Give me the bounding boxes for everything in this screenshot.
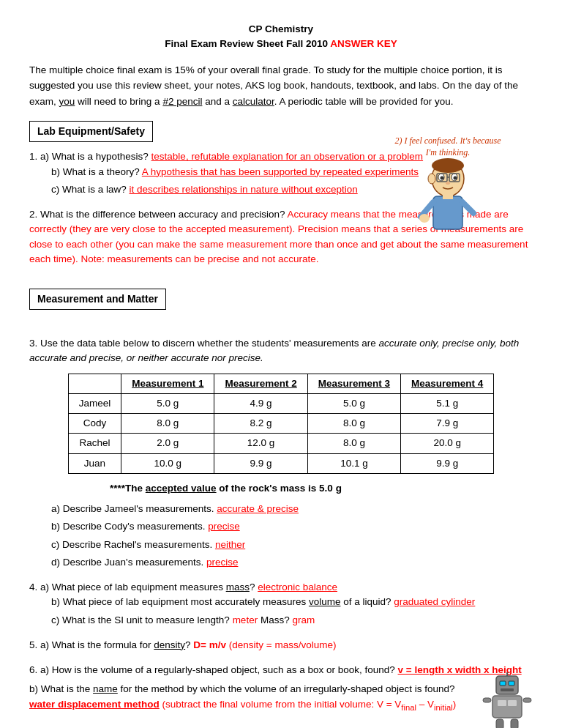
table-header-m3: Measurement 3 bbox=[307, 374, 400, 393]
table-header-m4: Measurement 4 bbox=[401, 374, 494, 393]
accepted-value-note: ****The accepted value of the rock's mas… bbox=[110, 481, 533, 496]
cartoon-area: 2) I feel confused. It's because I'm thi… bbox=[389, 135, 506, 258]
svg-point-9 bbox=[446, 182, 450, 185]
q3c: c) Describe Rachel's measurements. neith… bbox=[51, 538, 533, 552]
title-line1: CP Chemistry bbox=[29, 22, 533, 37]
svg-rect-22 bbox=[492, 696, 522, 718]
robot-svg bbox=[482, 672, 533, 728]
answer-key-label: ANSWER KEY bbox=[330, 38, 397, 49]
table-cell-juan-m3: 10.1 g bbox=[307, 453, 400, 473]
q4a-underline: mass bbox=[226, 582, 250, 593]
svg-rect-27 bbox=[496, 719, 503, 728]
table-header-m1: Measurement 1 bbox=[121, 374, 214, 393]
table-cell-juan-m2: 9.9 g bbox=[214, 453, 307, 473]
q6a: 6. a) How is the volume of a regularly-s… bbox=[29, 663, 533, 677]
q3d-answer: precise bbox=[206, 557, 239, 568]
q6b-method-sub: (subtract the final volume from the init… bbox=[162, 699, 457, 710]
table-cell-juan-m4: 9.9 g bbox=[401, 453, 494, 473]
intro-paragraph: The multiple choice final exam is 15% of… bbox=[29, 62, 533, 110]
svg-rect-17 bbox=[500, 681, 506, 686]
intro-you: you bbox=[59, 96, 75, 107]
svg-line-13 bbox=[462, 202, 473, 213]
table-cell-jameel-m4: 5.1 g bbox=[401, 393, 494, 413]
table-header-name bbox=[68, 374, 121, 393]
table-row-juan: Juan 10.0 g 9.9 g 10.1 g 9.9 g bbox=[68, 453, 494, 473]
intro-calculator: calculator bbox=[233, 96, 274, 107]
q3d: d) Describe Juan's measurements. precise bbox=[51, 555, 533, 570]
table-row-cody: Cody 8.0 g 8.2 g 8.0 g 7.9 g bbox=[68, 414, 494, 434]
svg-point-3 bbox=[441, 177, 444, 180]
q6b-name-underline: name bbox=[93, 683, 118, 694]
svg-rect-21 bbox=[501, 688, 514, 691]
q3b-answer: precise bbox=[208, 521, 240, 532]
svg-point-5 bbox=[454, 177, 457, 180]
measurement-table: Measurement 1 Measurement 2 Measurement … bbox=[68, 374, 495, 474]
section1-label: Lab Equipment/Safety bbox=[29, 121, 153, 142]
svg-rect-26 bbox=[523, 698, 531, 702]
robot-figure bbox=[482, 672, 533, 728]
title-line2: Final Exam Review Sheet Fall 2010 ANSWER… bbox=[29, 37, 533, 51]
table-cell-jameel-name: Jameel bbox=[68, 393, 121, 413]
q4b-answer: graduated cylinder bbox=[394, 596, 475, 607]
question-6: 6. a) How is the volume of a regularly-s… bbox=[29, 663, 533, 713]
table-cell-cody-name: Cody bbox=[68, 414, 121, 434]
svg-rect-16 bbox=[496, 676, 518, 694]
svg-rect-24 bbox=[508, 700, 517, 706]
table-cell-cody-m2: 8.2 g bbox=[214, 414, 307, 434]
q3b: b) Describe Cody's measurements. precise bbox=[51, 519, 533, 534]
q3a: a) Describe Jameel's measurements. accur… bbox=[51, 502, 533, 516]
table-cell-jameel-m1: 5.0 g bbox=[121, 393, 214, 413]
q4a: 4. a) What piece of lab equipment measur… bbox=[29, 580, 533, 595]
table-row-rachel: Rachel 2.0 g 12.0 g 8.0 g 20.0 g bbox=[68, 434, 494, 453]
question-4: 4. a) What piece of lab equipment measur… bbox=[29, 580, 533, 628]
q4c-gram: gram bbox=[292, 614, 315, 625]
svg-point-1 bbox=[432, 158, 464, 173]
svg-rect-25 bbox=[483, 698, 491, 702]
table-cell-juan-m1: 10.0 g bbox=[121, 453, 214, 473]
q1c-answer: it describes relationships in nature wit… bbox=[130, 184, 358, 195]
svg-rect-11 bbox=[433, 196, 462, 229]
table-cell-juan-name: Juan bbox=[68, 453, 121, 473]
cartoon-figure bbox=[408, 158, 488, 253]
table-cell-cody-m4: 7.9 g bbox=[401, 414, 494, 434]
q5a-formula: D= m/v bbox=[193, 639, 226, 650]
question-5: 5. a) What is the formula for density? D… bbox=[29, 638, 533, 653]
cartoon-thinking-text: 2) I feel confused. It's because I'm thi… bbox=[389, 135, 506, 158]
q3-intro: 3. Use the data table below to discern w… bbox=[29, 336, 533, 366]
table-cell-jameel-m3: 5.0 g bbox=[307, 393, 400, 413]
accepted-value-underline: accepted value bbox=[146, 483, 217, 494]
svg-point-14 bbox=[419, 214, 430, 223]
svg-rect-23 bbox=[498, 700, 506, 706]
section2-label: Measurement and Matter bbox=[29, 289, 166, 310]
q4b: b) What piece of lab equipment most accu… bbox=[51, 595, 533, 609]
q5a-density-underline: density bbox=[154, 639, 185, 650]
q1b-answer: A hypothesis that has been supported by … bbox=[142, 166, 419, 177]
svg-rect-18 bbox=[509, 681, 514, 686]
q3c-answer: neither bbox=[215, 539, 245, 550]
table-cell-cody-m1: 8.0 g bbox=[121, 414, 214, 434]
svg-rect-15 bbox=[443, 193, 453, 199]
table-row-jameel: Jameel 5.0 g 4.9 g 5.0 g 5.1 g bbox=[68, 393, 494, 413]
table-cell-rachel-m2: 12.0 g bbox=[214, 434, 307, 453]
svg-point-10 bbox=[428, 174, 435, 184]
q4b-underline: volume bbox=[309, 596, 341, 607]
table-cell-rachel-m3: 8.0 g bbox=[307, 434, 400, 453]
question-3: 3. Use the data table below to discern w… bbox=[29, 336, 533, 570]
q3a-answer: accurate & precise bbox=[217, 503, 299, 514]
table-cell-rachel-m1: 2.0 g bbox=[121, 434, 214, 453]
q5a: 5. a) What is the formula for density? D… bbox=[29, 638, 533, 653]
q6b-method-answer: water displacement method bbox=[29, 699, 160, 710]
q4c: c) What is the SI unit to measure length… bbox=[51, 613, 533, 628]
table-header-m2: Measurement 2 bbox=[214, 374, 307, 393]
q5a-formula-sub: (density = mass/volume) bbox=[226, 639, 336, 650]
q6b: b) What is the name for the method by wh… bbox=[29, 682, 533, 713]
q4a-answer: electronic balance bbox=[258, 582, 337, 593]
title-subtitle: Final Exam Review Sheet Fall 2010 bbox=[165, 38, 330, 49]
q4c-meter: meter bbox=[233, 614, 258, 625]
svg-rect-28 bbox=[511, 719, 518, 728]
q1a-answer: testable, refutable explanation for an o… bbox=[151, 151, 423, 162]
table-cell-cody-m3: 8.0 g bbox=[307, 414, 400, 434]
intro-pencil: #2 pencil bbox=[162, 96, 202, 107]
table-cell-rachel-name: Rachel bbox=[68, 434, 121, 453]
section2-box: Measurement and Matter bbox=[29, 289, 533, 317]
